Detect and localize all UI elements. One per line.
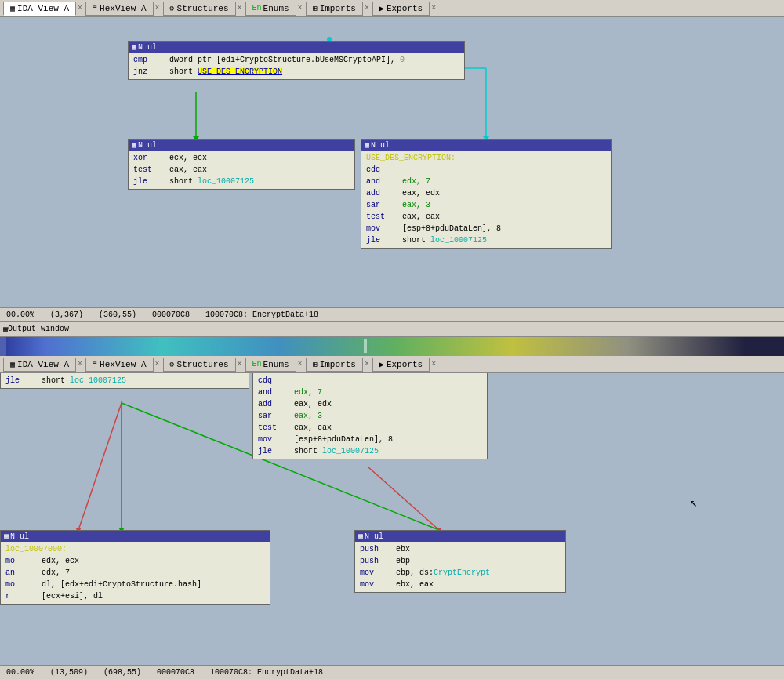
top-coords2: (360,55) (99, 310, 136, 319)
bottom-zoom: 00.00% (6, 668, 34, 677)
loc-label: loc_10007125 (70, 376, 126, 385)
mnemonic: an (5, 567, 37, 579)
tab-exports-bottom[interactable]: ▶ Exports (372, 358, 430, 372)
tab-ida-view-a-top[interactable]: ▦ IDA View-A (3, 2, 76, 16)
node3-title: N ul (371, 141, 390, 150)
bot-node-top-left-body: jle short loc_10007125 (1, 373, 249, 388)
tab-close-imports-b[interactable]: × (365, 360, 369, 369)
operand: edx, ecx (42, 557, 79, 565)
tab-icon-struct-b: ⚙ (170, 360, 175, 369)
operand: [esp+8+pduDataLen], 8 (402, 224, 501, 233)
tab-hex-view-a-bottom[interactable]: ≡ HexView-A (85, 358, 153, 372)
tab-hex-view-a-top[interactable]: ≡ HexView-A (85, 2, 153, 16)
tab-close-enums-b[interactable]: × (298, 360, 303, 369)
tab-icon-enums-b: En (252, 360, 262, 369)
tab-imports-top[interactable]: ⊞ Imports (306, 2, 363, 16)
node-bl-title: N ul (10, 532, 29, 541)
operand: short loc_10007125 (169, 177, 254, 186)
top-label: 100070C8: EncryptData+18 (205, 310, 318, 319)
operand: edx, 7 (294, 388, 322, 397)
tab-close-hex-top[interactable]: × (155, 4, 160, 13)
tab-close-exports-b[interactable]: × (431, 360, 436, 369)
tab-enums-top[interactable]: En Enums (245, 2, 296, 16)
operand: eax, 3 (294, 412, 322, 420)
node2-icon: ▦ (132, 140, 136, 150)
tab-structures-bottom[interactable]: ⚙ Structures (163, 358, 236, 372)
code-line: and edx, 7 (258, 387, 482, 398)
tab-exports-top[interactable]: ▶ Exports (372, 2, 430, 16)
bot-node-br-body: push ebx push ebp mov ebp, ds:CryptEncry… (355, 542, 565, 592)
top-node1-body: cmp dword ptr [edi+CryptoStructure.bUseM… (129, 53, 464, 79)
code-line: USE_DES_ENCRYPTION: (366, 152, 606, 164)
bottom-coords2: (698,55) (103, 668, 141, 677)
tab-structures-top[interactable]: ⚙ Structures (163, 2, 236, 16)
highlight-label[interactable]: USE_DES_ENCRYPTION (198, 67, 282, 76)
code-line: sar eax, 3 (258, 410, 482, 422)
tab-ida-view-a-bottom[interactable]: ▦ IDA View-A (3, 358, 76, 372)
code-line: add eax, edx (258, 398, 482, 410)
tab-close-hex-b[interactable]: × (155, 360, 160, 369)
tab-imports-bottom[interactable]: ⊞ Imports (306, 358, 363, 372)
tab-enums-bottom[interactable]: En Enums (245, 358, 296, 372)
mnemonic: sar (258, 410, 289, 422)
mnemonic: jle (5, 375, 37, 387)
tab-close-exports-top[interactable]: × (431, 4, 436, 13)
tab-close-struct-b[interactable]: × (238, 360, 242, 369)
bottom-label: 100070C8: EncryptData+18 (210, 668, 323, 677)
code-line: xor ecx, ecx (133, 152, 350, 164)
top-ida-canvas: ▦ N ul cmp dword ptr [edi+CryptoStructur… (0, 17, 784, 307)
mnemonic: cmp (133, 54, 165, 66)
code-line: test eax, eax (366, 211, 606, 223)
minimap-handle[interactable] (0, 337, 6, 356)
bot-node-bl-body: loc_10007000: mo edx, ecx an edx, 7 mo d… (1, 542, 270, 604)
bottom-tab-bar: ▦ IDA View-A × ≡ HexView-A × ⚙ Structure… (0, 356, 784, 373)
top-node3-header: ▦ N ul (361, 140, 611, 151)
bot-node-br-header: ▦ N ul (355, 531, 565, 542)
tab-icon-enums: En (252, 4, 262, 13)
mnemonic: test (133, 164, 165, 176)
top-node2-body: xor ecx, ecx test eax, eax jle short loc… (129, 151, 354, 189)
mnemonic: mov (360, 567, 391, 579)
top-node2-header: ▦ N ul (129, 140, 354, 151)
node3-icon: ▦ (365, 140, 369, 150)
tab-label-exports: Exports (387, 4, 423, 13)
operand: short loc_10007125 (294, 447, 379, 456)
code-line: push ebp (360, 555, 561, 567)
tab-icon-ida: ▦ (10, 4, 15, 13)
svg-line-6 (78, 403, 122, 530)
mnemonic: cdq (366, 164, 397, 176)
bot-node-bottom-left: ▦ N ul loc_10007000: mo edx, ecx an edx,… (0, 530, 270, 605)
code-line: r [ecx+esi], dl (5, 590, 265, 602)
bot-node-top-right-body: cdq and edx, 7 add eax, edx sar eax, 3 (253, 373, 487, 459)
mnemonic: jle (133, 176, 165, 187)
label: loc_10007000: (5, 545, 67, 554)
mnemonic: and (258, 387, 289, 398)
tab-icon-hex-b: ≡ (93, 360, 97, 369)
node2-title: N ul (138, 141, 157, 150)
code-line: mo edx, ecx (5, 555, 265, 567)
tab-label-enums: Enums (263, 4, 289, 13)
code-line: push ebx (360, 543, 561, 555)
code-line: and edx, 7 (366, 176, 606, 187)
tab-close-ida-b[interactable]: × (78, 360, 82, 369)
mnemonic: mov (366, 223, 397, 234)
top-status-bar: 00.00% (3,367) (360,55) 000070C8 100070C… (0, 307, 784, 321)
operand: edx, 7 (42, 568, 70, 577)
output-label: Output window (8, 325, 69, 333)
tab-close-struct-top[interactable]: × (238, 4, 242, 13)
operand: ebp (396, 557, 410, 565)
tab-close-imports-top[interactable]: × (365, 4, 369, 13)
mnemonic: add (258, 398, 289, 410)
tab-label-ida-b: IDA View-A (17, 360, 69, 369)
code-line: jle short loc_10007125 (258, 445, 482, 457)
tab-close-enums-top[interactable]: × (298, 4, 303, 13)
code-line: sar eax, 3 (366, 199, 606, 211)
mnemonic: jle (366, 234, 397, 246)
tab-label-enums-b: Enums (263, 360, 289, 369)
node-br-title: N ul (365, 532, 383, 541)
bot-node-top-left: jle short loc_10007125 (0, 373, 249, 389)
operand: [ecx+esi], dl (42, 592, 103, 601)
minimap-bar (0, 337, 784, 356)
tab-close-ida-top[interactable]: × (78, 4, 82, 13)
mnemonic: r (5, 590, 37, 602)
